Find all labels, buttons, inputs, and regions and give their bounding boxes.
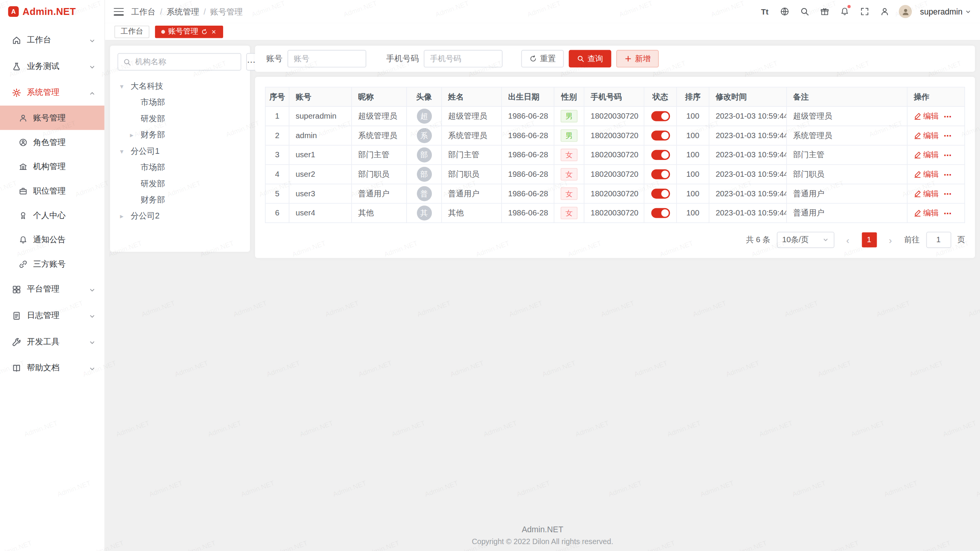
cell-name: 部门职员: [441, 165, 501, 184]
page-size-select[interactable]: 10条/页: [777, 232, 834, 248]
col-header-gender: 性别: [554, 87, 584, 107]
tree-node[interactable]: 市场部: [118, 95, 243, 111]
breadcrumb-item[interactable]: 工作台: [131, 6, 156, 17]
tree-node[interactable]: 市场部: [118, 159, 243, 175]
bell-icon[interactable]: [839, 6, 851, 18]
sidebar-item-label: 开发工具: [27, 336, 83, 347]
edit-button[interactable]: 编辑: [914, 188, 939, 199]
more-actions-icon[interactable]: ⋯: [944, 189, 952, 198]
table-row: 1 superadmin 超级管理员 超 超级管理员 1986-06-28 男 …: [265, 106, 965, 126]
status-toggle[interactable]: [651, 130, 670, 140]
account-filter-input[interactable]: [287, 50, 366, 68]
edit-button[interactable]: 编辑: [914, 150, 939, 160]
sidebar-item-platform-mgmt[interactable]: 平台管理: [0, 276, 105, 303]
edit-button[interactable]: 编辑: [914, 111, 939, 122]
close-icon[interactable]: [211, 28, 217, 34]
sidebar-item-org-mgmt[interactable]: 机构管理: [0, 154, 105, 179]
logo[interactable]: A Admin.NET: [0, 0, 105, 23]
font-size-icon[interactable]: Tt: [759, 6, 771, 18]
caret-right-icon[interactable]: ▸: [130, 131, 141, 139]
avatar[interactable]: [899, 5, 912, 18]
table-row: 2 admin 系统管理员 系 系统管理员 1986-06-28 男 18020…: [265, 126, 965, 145]
goto-page-input[interactable]: [926, 232, 951, 248]
cell-phone: 18020030720: [584, 145, 644, 165]
sidebar-item-third-party[interactable]: 三方账号: [0, 252, 105, 276]
sidebar-item-dev-tools[interactable]: 开发工具: [0, 329, 105, 355]
cell-account: user3: [289, 184, 351, 204]
prev-page-button[interactable]: ‹: [840, 232, 855, 247]
org-search-field[interactable]: [118, 53, 241, 71]
gender-badge: 女: [560, 149, 578, 161]
page-number-current[interactable]: 1: [862, 232, 877, 247]
sidebar-item-system-mgmt[interactable]: 系统管理: [0, 79, 105, 106]
sidebar-item-workbench[interactable]: 工作台: [0, 27, 105, 53]
tree-node[interactable]: 研发部: [118, 111, 243, 127]
sidebar-item-label: 角色管理: [33, 137, 96, 148]
sidebar-item-personal-center[interactable]: 个人中心: [0, 203, 105, 228]
col-header-name: 姓名: [441, 87, 501, 107]
phone-filter-input[interactable]: [424, 50, 503, 68]
tree-node[interactable]: 研发部: [118, 176, 243, 192]
phone-filter-label: 手机号码: [386, 53, 419, 64]
more-actions-icon[interactable]: ⋯: [944, 208, 952, 217]
goto-unit-label: 页: [957, 235, 965, 245]
link-icon: [19, 259, 28, 268]
tree-node[interactable]: ▾大名科技: [118, 78, 243, 94]
edit-icon: [914, 112, 921, 120]
more-actions-icon[interactable]: ⋯: [944, 111, 952, 121]
cell-account: admin: [289, 126, 351, 145]
edit-button[interactable]: 编辑: [914, 208, 939, 218]
more-actions-icon[interactable]: ⋯: [944, 170, 952, 179]
cell-name: 系统管理员: [441, 126, 501, 145]
status-toggle[interactable]: [651, 208, 670, 218]
language-icon[interactable]: [779, 6, 791, 18]
sidebar-item-account-mgmt[interactable]: 账号管理: [0, 106, 105, 130]
caret-right-icon[interactable]: ▸: [120, 212, 131, 220]
status-toggle[interactable]: [651, 111, 670, 121]
tab-account-mgmt[interactable]: 账号管理: [155, 25, 223, 38]
user-icon[interactable]: [879, 6, 891, 18]
edit-button[interactable]: 编辑: [914, 169, 939, 180]
more-actions-icon[interactable]: ⋯: [944, 150, 952, 160]
row-avatar: 超: [416, 109, 431, 124]
tree-node[interactable]: ▸分公司2: [118, 208, 243, 224]
caret-down-icon[interactable]: ▾: [120, 82, 131, 90]
sidebar-menu: 工作台 业务测试 系统管理 账号管理 角色管理: [0, 23, 105, 551]
next-page-button[interactable]: ›: [883, 232, 898, 247]
fullscreen-icon[interactable]: [859, 6, 871, 18]
breadcrumb-item[interactable]: 系统管理: [167, 6, 199, 17]
cell-modified: 2023-01-03 10:59:44: [709, 106, 786, 126]
status-toggle[interactable]: [651, 189, 670, 199]
reset-button[interactable]: 重置: [521, 50, 564, 68]
cell-birthday: 1986-06-28: [501, 184, 554, 204]
status-toggle[interactable]: [651, 169, 670, 179]
pagination: 共 6 条 10条/页 ‹ 1 › 前往 页: [265, 232, 965, 248]
table-row: 5 user3 普通用户 普 普通用户 1986-06-28 女 1802003…: [265, 184, 965, 204]
tree-node[interactable]: 财务部: [118, 192, 243, 208]
add-button[interactable]: 新增: [616, 50, 659, 68]
menu-collapse-icon[interactable]: [114, 8, 124, 15]
gear-icon: [12, 88, 21, 97]
status-toggle[interactable]: [651, 150, 670, 160]
refresh-icon[interactable]: [201, 28, 207, 34]
sidebar-item-position-mgmt[interactable]: 职位管理: [0, 179, 105, 203]
sidebar-item-notice[interactable]: 通知公告: [0, 227, 105, 252]
more-actions-icon[interactable]: ⋯: [944, 131, 952, 140]
caret-down-icon[interactable]: ▾: [120, 147, 131, 155]
sidebar-item-help-docs[interactable]: 帮助文档: [0, 355, 105, 381]
sidebar-item-log-mgmt[interactable]: 日志管理: [0, 302, 105, 329]
tab-workbench[interactable]: 工作台: [114, 25, 149, 38]
tree-node[interactable]: ▸财务部: [118, 127, 243, 143]
sidebar-item-role-mgmt[interactable]: 角色管理: [0, 130, 105, 155]
user-menu[interactable]: superadmin: [920, 7, 971, 16]
tree-node[interactable]: ▾分公司1: [118, 143, 243, 159]
cell-index: 2: [265, 126, 289, 145]
search-icon[interactable]: [799, 6, 811, 18]
refresh-icon: [529, 55, 537, 63]
edit-button[interactable]: 编辑: [914, 130, 939, 141]
query-button[interactable]: 查询: [569, 50, 611, 68]
gift-icon[interactable]: [819, 6, 831, 18]
sidebar-item-business-test[interactable]: 业务测试: [0, 53, 105, 80]
cell-nickname: 系统管理员: [351, 126, 407, 145]
org-search-input[interactable]: [135, 57, 236, 66]
